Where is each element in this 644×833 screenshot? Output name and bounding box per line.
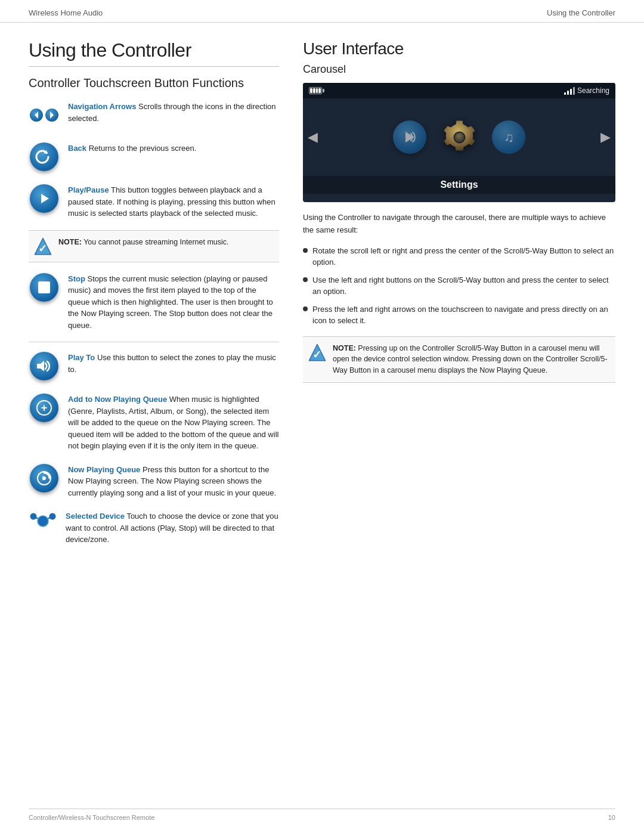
bullet-item-1: Rotate the scroll left or right and pres…: [303, 245, 615, 268]
nav-arrows-icon-container: [29, 100, 60, 131]
signal-bars-icon: [564, 86, 575, 95]
left-column: Using the Controller Controller Touchscr…: [29, 23, 279, 556]
bullet-dot-1: [303, 248, 308, 253]
note-streaming-label: NOTE:: [58, 238, 82, 246]
back-button-icon: [30, 143, 58, 171]
note-streaming: ✓ NOTE: You cannot pause streaming Inter…: [29, 230, 279, 262]
bullet-dot-2: [303, 277, 308, 282]
speaker-waves-svg: [36, 360, 52, 373]
page-header: Wireless Home Audio Using the Controller: [0, 0, 644, 23]
playpause-desc: Play/Pause This button toggles between p…: [68, 183, 279, 219]
add-queue-icon-container: +: [29, 392, 60, 423]
carousel-body: ◀: [303, 98, 615, 176]
right-column: User Interface Carousel: [303, 23, 615, 556]
add-queue-button-icon: +: [30, 394, 58, 422]
carousel-mockup: Searching ◀: [303, 83, 615, 202]
stop-button-icon: [30, 273, 58, 302]
bullet-text-3: Press the left and right arrows on the t…: [312, 304, 615, 327]
button-item-play-to: Play To Use this button to select the zo…: [29, 351, 279, 382]
battery-icon: [309, 87, 324, 94]
selected-device-desc: Selected Device Touch to choose the devi…: [66, 509, 279, 546]
page-title: Using the Controller: [29, 39, 279, 61]
carousel-stream-icon: [393, 120, 426, 154]
stop-icon-container: [29, 272, 60, 303]
carousel-right-arrow[interactable]: ▶: [600, 129, 611, 145]
now-playing-label: Now Playing Queue: [68, 465, 140, 474]
svg-text:+: +: [41, 402, 48, 414]
play-to-label: Play To: [68, 353, 95, 362]
svg-point-17: [49, 513, 56, 520]
carousel-subheading: Carousel: [303, 63, 615, 76]
button-item-selected-device: Selected Device Touch to choose the devi…: [29, 509, 279, 546]
button-item-stop: Stop Stops the current music selection (…: [29, 272, 279, 332]
button-item-back: Back Returns to the previous screen.: [29, 141, 279, 172]
bullet-text-1: Rotate the scroll left or right and pres…: [312, 245, 615, 268]
warning-icon-right: ✓: [308, 343, 327, 362]
left-arrow-icon: [30, 109, 43, 122]
stop-square: [38, 281, 50, 293]
play-to-button-icon: [30, 352, 58, 380]
carousel-desc: Using the Controller to navigate through…: [303, 212, 615, 237]
back-icon-container: [29, 141, 60, 172]
now-playing-icon-container: [29, 463, 60, 494]
svg-marker-5: [41, 194, 49, 203]
now-playing-button-icon: [30, 464, 58, 493]
searching-text: Searching: [577, 86, 609, 95]
svg-text:✓: ✓: [312, 349, 321, 361]
carousel-bullet-list: Rotate the scroll left or right and pres…: [303, 245, 615, 327]
carousel-left-arrow[interactable]: ◀: [308, 129, 318, 145]
svg-marker-9: [37, 361, 44, 371]
bullet-text-2: Use the left and right buttons on the Sc…: [312, 274, 615, 298]
button-item-nav-arrows: Navigation Arrows Scrolls through the ic…: [29, 100, 279, 131]
bullet-item-2: Use the left and right buttons on the Sc…: [303, 274, 615, 298]
stop-text: Stops the current music selection (playi…: [68, 274, 273, 330]
searching-label: Searching: [564, 86, 609, 95]
carousel-top-bar: Searching: [303, 83, 615, 98]
carousel-icon-music: ♫: [492, 120, 525, 154]
header-left: Wireless Home Audio: [29, 8, 103, 17]
svg-point-16: [30, 513, 37, 520]
play-to-icon-container: [29, 351, 60, 382]
carousel-music-icon: ♫: [492, 120, 525, 154]
page-footer: Controller/Wireless-N Touchscreen Remote…: [29, 809, 615, 821]
add-queue-label: Add to Now Playing Queue: [68, 395, 167, 404]
divider-after-stop: [29, 342, 279, 342]
button-item-playpause: Play/Pause This button toggles between p…: [29, 183, 279, 219]
now-playing-desc: Now Playing Queue Press this button for …: [68, 463, 279, 499]
stop-label: Stop: [68, 274, 85, 283]
section-heading: Controller Touchscreen Button Functions: [29, 76, 279, 90]
note-carousel-text: NOTE: Pressing up on the Controller Scro…: [333, 343, 611, 376]
warning-icon: ✓: [33, 237, 52, 256]
carousel-icon-settings: [438, 116, 480, 158]
button-item-add-queue: + Add to Now Playing Queue When music is…: [29, 392, 279, 452]
nav-arrows-label: Navigation Arrows: [68, 102, 136, 111]
note-streaming-text: NOTE: You cannot pause streaming Interne…: [58, 237, 229, 248]
playpause-label: Play/Pause: [68, 185, 109, 194]
note-carousel: ✓ NOTE: Pressing up on the Controller Sc…: [303, 336, 615, 383]
back-desc: Back Returns to the previous screen.: [68, 141, 279, 154]
header-right: Using the Controller: [547, 8, 615, 17]
add-queue-svg: +: [36, 400, 52, 416]
carousel-icons: ♫: [318, 116, 600, 158]
bullet-item-3: Press the left and right arrows on the t…: [303, 304, 615, 327]
svg-text:♫: ♫: [504, 130, 514, 145]
footer-left: Controller/Wireless-N Touchscreen Remote: [29, 814, 154, 821]
carousel-icon-stream: [393, 120, 426, 154]
carousel-label: Settings: [303, 176, 615, 194]
bullet-dot-3: [303, 306, 308, 311]
note-streaming-body: You cannot pause streaming Internet musi…: [82, 238, 229, 246]
selected-device-label: Selected Device: [66, 512, 125, 521]
note-carousel-label: NOTE:: [333, 344, 356, 352]
title-divider: [29, 66, 279, 67]
right-arrow-icon: [45, 109, 58, 122]
stop-desc: Stop Stops the current music selection (…: [68, 272, 279, 332]
carousel-gear-icon: [438, 116, 480, 158]
note-carousel-body: Pressing up on the Controller Scroll/5-W…: [333, 344, 608, 375]
nav-arrows-icon: [30, 109, 58, 122]
svg-point-24: [454, 132, 464, 142]
selected-device-icon-container: [29, 509, 57, 533]
play-to-desc: Play To Use this button to select the zo…: [68, 351, 279, 375]
ui-section-title: User Interface: [303, 39, 615, 58]
nav-arrows-desc: Navigation Arrows Scrolls through the ic…: [68, 100, 279, 124]
footer-right: 10: [608, 814, 615, 821]
